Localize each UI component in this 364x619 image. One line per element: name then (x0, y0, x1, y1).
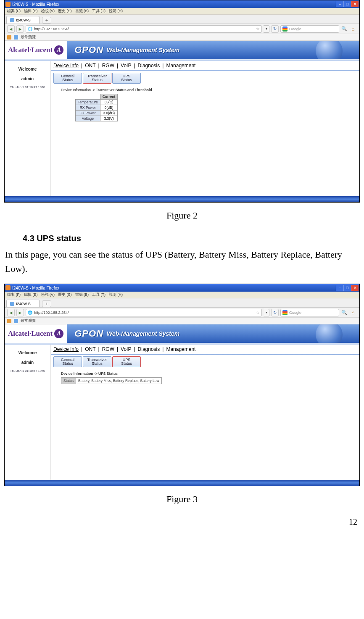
brand-block: Alcatel·Lucent A (5, 324, 67, 343)
col-current: Current (100, 94, 118, 100)
menu-bar: 檔案 (F) 編輯 (E) 檢視 (V) 歷史 (S) 書籤 (B) 工具 (T… (5, 8, 359, 15)
tab-favicon-icon (10, 302, 14, 306)
menu-bar: 檔案 (F) 編輯 (E) 檢視 (V) 歷史 (S) 書籤 (B) 工具 (T… (5, 292, 359, 298)
maximize-button[interactable]: □ (343, 1, 351, 7)
bookmark-star-icon[interactable]: ☆ (256, 26, 260, 31)
minimize-button[interactable]: − (336, 285, 343, 291)
gpon-title: GPON (74, 45, 103, 55)
menu-bookmarks[interactable]: 書籤 (B) (75, 292, 89, 298)
tab-strip: I240W-S + (5, 15, 359, 24)
reload-button[interactable]: ↻ (271, 309, 279, 316)
tab-label: I240W-S (16, 18, 31, 22)
menu-view[interactable]: 檢視 (V) (41, 8, 55, 14)
reload-button[interactable]: ↻ (271, 25, 279, 33)
tab-diagnosis[interactable]: Diagnosis (136, 346, 162, 352)
url-dropdown-button[interactable]: ▾ (264, 309, 269, 316)
menu-help[interactable]: 說明 (H) (109, 292, 123, 298)
menu-file[interactable]: 檔案 (F) (7, 292, 21, 298)
home-button[interactable]: ⌂ (349, 309, 357, 316)
subtab-general-status[interactable]: GeneralStatus (53, 73, 82, 84)
tabs-underline (51, 354, 359, 355)
transceiver-table: Current Temperature35(C) RX Power0(dB) T… (75, 94, 118, 121)
row-temperature-value: 35(C) (100, 100, 118, 105)
close-button[interactable]: ✕ (351, 1, 359, 7)
menu-tools[interactable]: 工具 (T) (92, 8, 106, 14)
subtab-ups-status[interactable]: UPSStatus (112, 73, 141, 84)
search-go-button[interactable]: 🔍 (341, 26, 348, 32)
tab-rgw[interactable]: RGW (100, 346, 116, 352)
datetime-label: Thu Jan 1 01:10:47 1970 (5, 369, 50, 373)
tab-voip[interactable]: VoIP (119, 346, 133, 352)
bookmark-label[interactable]: 最常瀏覽 (21, 318, 36, 324)
menu-history[interactable]: 歷史 (S) (58, 8, 72, 14)
menu-help[interactable]: 說明 (H) (109, 8, 123, 14)
url-text: http://192.168.2.254/ (34, 27, 69, 31)
menu-view[interactable]: 檢視 (V) (41, 292, 55, 298)
bookmark-icon (14, 319, 18, 323)
menu-history[interactable]: 歷史 (S) (58, 292, 72, 298)
tab-favicon-icon (10, 18, 14, 22)
tab-strip: I240W-S + (5, 298, 359, 308)
subtab-transceiver-status[interactable]: TransceiverStatus (83, 356, 111, 367)
firefox-icon (5, 2, 11, 7)
url-bar[interactable]: 🌐 http://192.168.2.254/ ☆ (26, 25, 262, 33)
minimize-button[interactable]: − (336, 1, 343, 7)
row-txpower-value: 3.0(dB) (100, 111, 118, 116)
url-dropdown-button[interactable]: ▾ (264, 25, 269, 33)
firefox-icon (5, 285, 11, 290)
search-box[interactable]: Google (280, 25, 339, 33)
row-rxpower-value: 0(dB) (100, 105, 118, 111)
tab-device-info[interactable]: Device Info (52, 346, 80, 352)
menu-bookmarks[interactable]: 書籤 (B) (75, 8, 89, 14)
menu-tools[interactable]: 工具 (T) (92, 292, 106, 298)
tab-rgw[interactable]: RGW (100, 63, 116, 68)
back-button[interactable]: ◄ (7, 309, 15, 316)
menu-edit[interactable]: 編輯 (E) (24, 8, 38, 14)
main-panel: Device Info| ONT| RGW| VoIP| Diagnosis| … (51, 345, 359, 480)
new-tab-button[interactable]: + (42, 17, 51, 24)
tab-ont[interactable]: ONT (83, 63, 97, 68)
browser-tab[interactable]: I240W-S (6, 16, 40, 24)
subtab-general-status[interactable]: GeneralStatus (53, 356, 82, 367)
globe-icon: 🌐 (28, 27, 32, 31)
ups-status-value: Battery, Battery Miss, Battery Replace, … (76, 378, 162, 384)
wms-title: Web-Management System (107, 330, 179, 337)
welcome-label: Welcome (5, 350, 50, 355)
tab-voip[interactable]: VoIP (119, 63, 133, 68)
brand-name: Alcatel·Lucent (8, 329, 53, 338)
menu-edit[interactable]: 編輯 (E) (24, 292, 38, 298)
url-bar[interactable]: 🌐 http://192.168.2.254/ ☆ (26, 309, 262, 316)
wms-title: Web-Management System (107, 47, 179, 53)
tab-device-info[interactable]: Device Info (52, 63, 80, 68)
tab-ont[interactable]: ONT (83, 346, 97, 352)
new-tab-button[interactable]: + (42, 300, 51, 307)
brand-icon: A (54, 329, 63, 338)
forward-button[interactable]: ► (16, 309, 24, 316)
subtab-transceiver-status[interactable]: TransceiverStatus (83, 73, 111, 84)
ups-status-label: Status (61, 378, 76, 384)
page-banner: Alcatel·Lucent A GPON Web-Management Sys… (5, 41, 359, 59)
tab-management[interactable]: Management (164, 346, 197, 352)
back-button[interactable]: ◄ (7, 25, 15, 33)
close-button[interactable]: ✕ (351, 285, 359, 291)
home-button[interactable]: ⌂ (349, 25, 357, 33)
bookmarks-bar: 最常瀏覽 (5, 318, 359, 324)
search-box[interactable]: Google (280, 309, 339, 316)
menu-file[interactable]: 檔案 (F) (7, 8, 21, 14)
tab-management[interactable]: Management (164, 63, 197, 68)
sidebar: Welcome admin Thu Jan 1 01:10:47 1970 (5, 61, 51, 196)
search-placeholder: Google (289, 27, 301, 31)
brand-icon: A (54, 45, 63, 55)
browser-tab[interactable]: I240W-S (6, 300, 40, 307)
tab-diagnosis[interactable]: Diagnosis (136, 63, 162, 68)
maximize-button[interactable]: □ (343, 285, 351, 291)
forward-button[interactable]: ► (16, 25, 24, 33)
nav-toolbar: ◄ ► 🌐 http://192.168.2.254/ ☆ ▾ ↻ Google… (5, 308, 359, 318)
subtab-ups-status[interactable]: UPSStatus (112, 356, 141, 367)
google-icon (282, 310, 288, 315)
search-go-button[interactable]: 🔍 (341, 309, 348, 316)
bookmark-star-icon[interactable]: ☆ (256, 310, 260, 315)
tabs-underline (51, 70, 359, 71)
bookmark-label[interactable]: 最常瀏覽 (21, 34, 36, 40)
user-label: admin (5, 76, 50, 81)
